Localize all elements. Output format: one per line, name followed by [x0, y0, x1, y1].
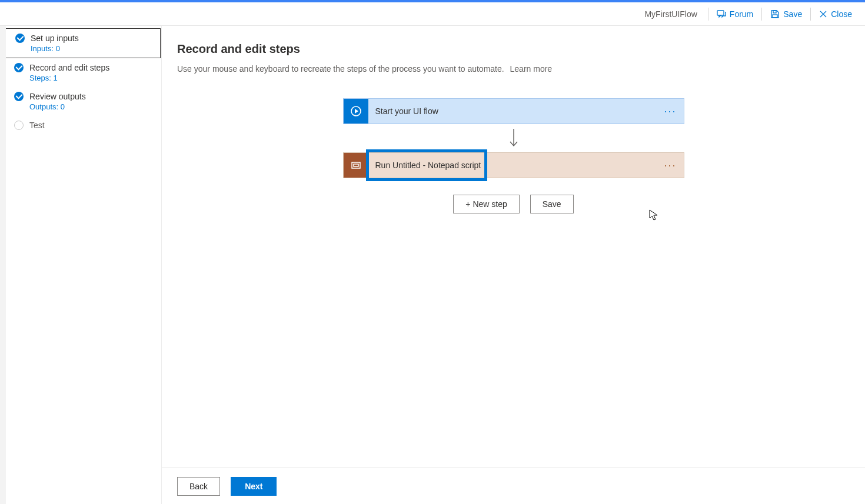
check-icon	[15, 34, 25, 43]
close-label: Close	[831, 9, 852, 19]
flow-step-start[interactable]: Start your UI flow ···	[343, 98, 684, 124]
flow-canvas: Start your UI flow ··· Run Untitled - No…	[177, 98, 850, 213]
wizard-title: Record and edit steps	[29, 63, 109, 72]
svg-rect-0	[717, 11, 724, 15]
forum-button[interactable]: Forum	[710, 2, 760, 26]
svg-rect-5	[354, 164, 358, 166]
next-button[interactable]: Next	[231, 477, 277, 496]
close-icon	[819, 10, 827, 18]
save-flow-button[interactable]: Save	[530, 195, 574, 213]
arrow-down-icon	[508, 128, 520, 149]
forum-icon	[717, 9, 726, 19]
check-icon	[14, 63, 24, 72]
step-menu-icon[interactable]: ···	[664, 159, 676, 172]
check-icon	[14, 92, 24, 101]
empty-circle-icon	[14, 121, 24, 130]
new-step-button[interactable]: + New step	[453, 195, 519, 213]
flow-step-notepad[interactable]: Run Untitled - Notepad script ···	[343, 152, 684, 178]
flow-step-label: Run Untitled - Notepad script	[368, 161, 664, 170]
save-button-header[interactable]: Save	[763, 2, 809, 26]
svg-rect-4	[352, 162, 360, 168]
wizard-subtext: Outputs: 0	[29, 102, 154, 111]
main-content: Record and edit steps Use your mouse and…	[162, 26, 865, 504]
separator	[708, 8, 708, 21]
wizard-step-setup-inputs[interactable]: Set up inputs Inputs: 0	[1, 28, 161, 58]
separator	[810, 8, 811, 21]
wizard-title: Test	[29, 121, 45, 130]
page-title: Record and edit steps	[177, 42, 850, 56]
wizard-step-review-outputs[interactable]: Review outputs Outputs: 0	[0, 87, 161, 116]
forum-label: Forum	[730, 9, 753, 19]
play-icon	[344, 99, 368, 124]
wizard-subtext: Steps: 1	[29, 74, 154, 82]
scrollbar-track[interactable]	[0, 26, 6, 504]
separator	[761, 8, 762, 21]
recording-icon	[344, 153, 368, 178]
svg-rect-1	[773, 11, 776, 13]
flow-step-label: Start your UI flow	[368, 106, 664, 116]
wizard-subtext: Inputs: 0	[31, 44, 153, 53]
flow-name: MyFirstUIFlow	[638, 9, 703, 19]
wizard-step-test[interactable]: Test	[0, 116, 161, 135]
close-button-header[interactable]: Close	[812, 2, 859, 26]
svg-rect-2	[773, 15, 777, 18]
save-icon	[770, 9, 780, 19]
wizard-title: Set up inputs	[31, 34, 79, 43]
back-button[interactable]: Back	[177, 477, 220, 496]
learn-more-link[interactable]: Learn more	[510, 64, 553, 74]
wizard-step-record-edit[interactable]: Record and edit steps Steps: 1	[0, 58, 161, 87]
wizard-title: Review outputs	[29, 92, 86, 101]
footer-bar: Back Next	[162, 468, 865, 504]
step-menu-icon[interactable]: ···	[664, 105, 676, 118]
header-bar: MyFirstUIFlow Forum Save Close	[0, 2, 865, 26]
wizard-sidebar: Set up inputs Inputs: 0 Record and edit …	[0, 26, 162, 504]
page-description: Use your mouse and keyboard to recreate …	[177, 64, 850, 74]
save-label: Save	[783, 9, 802, 19]
